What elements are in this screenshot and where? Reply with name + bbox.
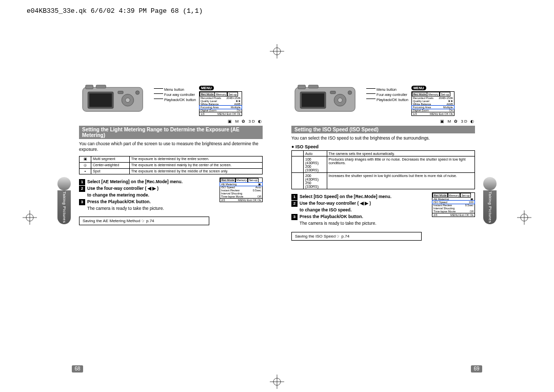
lcd-panel-2-left: Rec.ModeMemorySet-upAE Metering▣ISO Spee… <box>220 178 263 202</box>
step-2-text-a: Use the four-way controller ( ◀ ▶ ) <box>300 201 371 206</box>
camera-illustration <box>291 82 363 116</box>
callout-menu: Menu button <box>154 87 196 92</box>
svg-point-18 <box>126 98 130 103</box>
page-69: Taking Pictures <box>277 82 482 359</box>
svg-rect-22 <box>298 85 306 89</box>
callout-playback: Playback/OK button <box>154 97 196 103</box>
thumb-tab-right: Taking Pictures <box>483 177 497 224</box>
cross-ref-left: Saving the AE Metering Method ☞ p.74 <box>79 217 209 225</box>
intro-left: You can choose which part of the screen … <box>79 141 263 153</box>
iso-subhead: ● ISO Speed <box>291 144 475 149</box>
step-3-text: Press the Playback/OK button. <box>300 214 363 219</box>
reg-mark-right <box>517 210 531 227</box>
cross-ref-right: Saving the ISO Speed ☞ p.74 <box>291 232 422 241</box>
callout-playback: Playback/OK button <box>366 97 408 103</box>
slug-line: e04KB335_33e.qk 6/6/02 4:39 PM Page 68 (… <box>27 7 203 15</box>
lcd-panel-2-right: Rec.ModeMemorySet-upAE Metering▣ISO Spee… <box>432 192 475 217</box>
menu-badge: MENU <box>199 86 214 90</box>
spread: Taking Pictures <box>72 82 482 359</box>
svg-rect-14 <box>96 85 106 88</box>
svg-rect-23 <box>308 85 318 88</box>
reg-mark-bottom <box>270 375 284 391</box>
mode-icons: ▣ M ✿ 3D ◐ <box>79 119 263 124</box>
lcd-panel-1-right: MENU Rec.ModeMemorySet-upRecorded Pixels… <box>411 82 454 116</box>
iso-table: AutoThe camera sets the speed automatica… <box>291 150 475 189</box>
page-68: Taking Pictures <box>72 82 277 359</box>
step-2-text-b: to change the ISO speed. <box>300 207 352 212</box>
after-step-3: The camera is ready to take the picture. <box>300 220 475 227</box>
camera-callouts: Menu button Four-way controller Playback… <box>366 87 408 102</box>
callout-menu: Menu button <box>366 87 408 92</box>
mode-icons: ▣ M ✿ 3D ◐ <box>291 119 475 124</box>
camera-row-left: Menu button Four-way controller Playback… <box>79 82 263 116</box>
camera-illustration <box>79 82 151 116</box>
tab-label: Taking Pictures <box>488 191 492 223</box>
svg-rect-25 <box>302 93 324 107</box>
svg-rect-13 <box>86 85 93 89</box>
svg-point-27 <box>338 98 343 103</box>
intro-right: You can select the ISO speed to suit the… <box>291 135 475 141</box>
reg-mark-left <box>23 210 37 227</box>
section-title-right: Setting the ISO Speed (ISO Speed) <box>291 126 475 133</box>
after-step-3: The camera is ready to take the picture. <box>87 205 263 212</box>
lcd-screen-1: Rec.ModeMemorySet-upRecorded Pixels2048×… <box>199 91 242 116</box>
sheet: e04KB335_33e.qk 6/6/02 4:39 PM Page 68 (… <box>0 0 554 392</box>
ae-metering-table: ▣Multi segmentThe exposure is determined… <box>79 156 263 174</box>
svg-rect-28 <box>330 91 335 94</box>
step-2-text-a: Use the four-way controller ( ◀ ▶ ) <box>87 186 159 191</box>
section-title-left: Setting the Light Metering Range to Dete… <box>79 126 263 139</box>
lcd-screen-2-left: Rec.ModeMemorySet-upAE Metering▣ISO Spee… <box>220 178 263 202</box>
callout-fourway: Four-way controller <box>154 92 196 97</box>
page-number-69: 69 <box>471 365 482 373</box>
svg-point-20 <box>135 91 139 94</box>
step-2-text-b: to change the metering mode. <box>87 192 149 198</box>
reg-mark-top <box>270 44 284 61</box>
svg-point-29 <box>348 91 351 94</box>
step-1-text: Select [AE Metering] on the [Rec.Mode] m… <box>87 179 183 184</box>
svg-rect-19 <box>118 91 123 94</box>
thumb-tab-left: Taking Pictures <box>57 177 71 224</box>
lcd-screen-2-right: Rec.ModeMemorySet-upAE Metering▣ISO Spee… <box>432 192 475 217</box>
step-1-text: Select [ISO Speed] on the [Rec.Mode] men… <box>300 194 391 199</box>
camera-callouts: Menu button Four-way controller Playback… <box>154 87 196 102</box>
page-number-68: 68 <box>72 365 83 373</box>
svg-rect-16 <box>89 93 112 107</box>
lcd-panel-1: MENU Rec.ModeMemorySet-upRecorded Pixels… <box>199 82 242 116</box>
menu-badge: MENU <box>411 86 426 90</box>
step-3-text: Press the Playback/OK button. <box>87 199 151 204</box>
tab-label: Taking Pictures <box>62 191 67 223</box>
callout-fourway: Four-way controller <box>366 92 408 97</box>
lcd-screen-1-right: Rec.ModeMemorySet-upRecorded Pixels2048×… <box>411 91 454 116</box>
camera-row-right: Menu button Four-way controller Playback… <box>291 82 475 116</box>
